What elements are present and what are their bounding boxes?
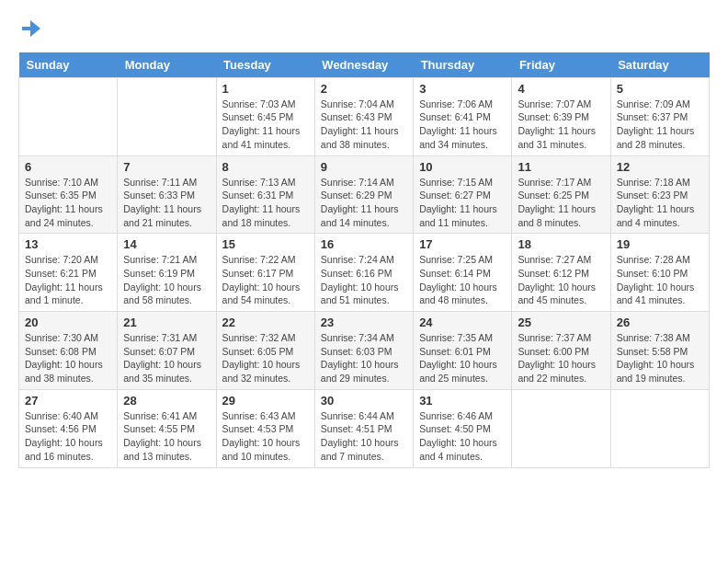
day-info: Sunrise: 7:03 AM Sunset: 6:45 PM Dayligh… — [222, 98, 309, 152]
day-info: Sunrise: 7:34 AM Sunset: 6:03 PM Dayligh… — [321, 331, 407, 385]
table-row: 24Sunrise: 7:35 AM Sunset: 6:01 PM Dayli… — [414, 312, 512, 390]
table-row: 25Sunrise: 7:37 AM Sunset: 6:00 PM Dayli… — [512, 312, 610, 390]
day-number: 6 — [25, 160, 111, 174]
day-number: 1 — [222, 82, 309, 96]
day-number: 24 — [419, 316, 506, 329]
col-monday: Monday — [118, 52, 216, 78]
day-info: Sunrise: 7:31 AM Sunset: 6:07 PM Dayligh… — [123, 331, 210, 385]
table-row — [19, 77, 118, 155]
day-info: Sunrise: 6:41 AM Sunset: 4:55 PM Dayligh… — [123, 409, 210, 464]
day-number: 7 — [123, 160, 210, 174]
table-row: 16Sunrise: 7:24 AM Sunset: 6:16 PM Dayli… — [314, 234, 413, 312]
day-number: 14 — [123, 237, 210, 251]
day-number: 9 — [321, 160, 407, 174]
day-number: 16 — [321, 237, 407, 251]
table-row — [512, 389, 610, 467]
day-number: 25 — [518, 316, 604, 329]
day-number: 15 — [222, 237, 309, 251]
day-info: Sunrise: 7:10 AM Sunset: 6:35 PM Dayligh… — [25, 176, 111, 230]
day-info: Sunrise: 7:04 AM Sunset: 6:43 PM Dayligh… — [321, 98, 407, 152]
table-row: 23Sunrise: 7:34 AM Sunset: 6:03 PM Dayli… — [314, 312, 413, 390]
calendar-week-row: 20Sunrise: 7:30 AM Sunset: 6:08 PM Dayli… — [19, 312, 710, 390]
table-row: 2Sunrise: 7:04 AM Sunset: 6:43 PM Daylig… — [314, 77, 413, 155]
table-row: 1Sunrise: 7:03 AM Sunset: 6:45 PM Daylig… — [216, 77, 314, 155]
table-row: 27Sunrise: 6:40 AM Sunset: 4:56 PM Dayli… — [19, 389, 118, 467]
table-row: 11Sunrise: 7:17 AM Sunset: 6:25 PM Dayli… — [512, 155, 610, 234]
day-number: 21 — [123, 316, 210, 329]
col-sunday: Sunday — [19, 52, 118, 78]
day-number: 11 — [518, 160, 604, 174]
table-row: 26Sunrise: 7:38 AM Sunset: 5:58 PM Dayli… — [610, 312, 709, 390]
page-header — [9, 9, 719, 48]
calendar-table: Sunday Monday Tuesday Wednesday Thursday… — [18, 52, 710, 468]
logo — [18, 18, 40, 43]
day-number: 19 — [617, 237, 703, 251]
day-number: 2 — [321, 82, 407, 96]
table-row: 22Sunrise: 7:32 AM Sunset: 6:05 PM Dayli… — [216, 312, 314, 390]
day-info: Sunrise: 7:14 AM Sunset: 6:29 PM Dayligh… — [321, 176, 407, 230]
day-number: 28 — [123, 394, 210, 408]
day-info: Sunrise: 7:38 AM Sunset: 5:58 PM Dayligh… — [617, 331, 703, 385]
day-number: 8 — [222, 160, 309, 174]
table-row: 28Sunrise: 6:41 AM Sunset: 4:55 PM Dayli… — [118, 389, 216, 467]
table-row: 5Sunrise: 7:09 AM Sunset: 6:37 PM Daylig… — [610, 77, 709, 155]
day-info: Sunrise: 7:09 AM Sunset: 6:37 PM Dayligh… — [617, 98, 703, 152]
table-row: 18Sunrise: 7:27 AM Sunset: 6:12 PM Dayli… — [512, 234, 610, 312]
day-info: Sunrise: 7:07 AM Sunset: 6:39 PM Dayligh… — [518, 98, 604, 152]
day-number: 4 — [518, 82, 604, 96]
day-info: Sunrise: 7:06 AM Sunset: 6:41 PM Dayligh… — [419, 98, 506, 152]
day-info: Sunrise: 7:18 AM Sunset: 6:23 PM Dayligh… — [617, 176, 703, 230]
day-info: Sunrise: 7:21 AM Sunset: 6:19 PM Dayligh… — [123, 253, 210, 307]
table-row: 20Sunrise: 7:30 AM Sunset: 6:08 PM Dayli… — [19, 312, 118, 390]
day-info: Sunrise: 7:37 AM Sunset: 6:00 PM Dayligh… — [518, 331, 604, 385]
table-row: 31Sunrise: 6:46 AM Sunset: 4:50 PM Dayli… — [414, 389, 512, 467]
day-info: Sunrise: 7:22 AM Sunset: 6:17 PM Dayligh… — [222, 253, 309, 307]
day-info: Sunrise: 7:25 AM Sunset: 6:14 PM Dayligh… — [419, 253, 506, 307]
svg-marker-0 — [22, 20, 40, 37]
day-number: 3 — [419, 82, 506, 96]
day-number: 10 — [419, 160, 506, 174]
day-info: Sunrise: 7:15 AM Sunset: 6:27 PM Dayligh… — [419, 176, 506, 230]
table-row: 12Sunrise: 7:18 AM Sunset: 6:23 PM Dayli… — [610, 155, 709, 234]
day-number: 12 — [617, 160, 703, 174]
day-number: 22 — [222, 316, 309, 329]
calendar-header-row: Sunday Monday Tuesday Wednesday Thursday… — [19, 52, 710, 78]
calendar-week-row: 13Sunrise: 7:20 AM Sunset: 6:21 PM Dayli… — [19, 234, 710, 312]
day-number: 31 — [419, 394, 506, 408]
table-row: 7Sunrise: 7:11 AM Sunset: 6:33 PM Daylig… — [118, 155, 216, 234]
day-info: Sunrise: 7:20 AM Sunset: 6:21 PM Dayligh… — [25, 253, 111, 307]
day-info: Sunrise: 7:17 AM Sunset: 6:25 PM Dayligh… — [518, 176, 604, 230]
table-row: 13Sunrise: 7:20 AM Sunset: 6:21 PM Dayli… — [19, 234, 118, 312]
col-thursday: Thursday — [414, 52, 512, 78]
day-info: Sunrise: 6:46 AM Sunset: 4:50 PM Dayligh… — [419, 409, 506, 464]
day-number: 13 — [25, 237, 111, 251]
day-info: Sunrise: 7:35 AM Sunset: 6:01 PM Dayligh… — [419, 331, 506, 385]
day-number: 20 — [25, 316, 111, 329]
table-row: 30Sunrise: 6:44 AM Sunset: 4:51 PM Dayli… — [314, 389, 413, 467]
day-number: 18 — [518, 237, 604, 251]
col-friday: Friday — [512, 52, 610, 78]
logo-bird-icon — [20, 18, 40, 39]
table-row: 21Sunrise: 7:31 AM Sunset: 6:07 PM Dayli… — [118, 312, 216, 390]
table-row — [610, 389, 709, 467]
table-row: 6Sunrise: 7:10 AM Sunset: 6:35 PM Daylig… — [19, 155, 118, 234]
table-row: 29Sunrise: 6:43 AM Sunset: 4:53 PM Dayli… — [216, 389, 314, 467]
table-row: 4Sunrise: 7:07 AM Sunset: 6:39 PM Daylig… — [512, 77, 610, 155]
day-number: 17 — [419, 237, 506, 251]
calendar-week-row: 6Sunrise: 7:10 AM Sunset: 6:35 PM Daylig… — [19, 155, 710, 234]
day-info: Sunrise: 6:43 AM Sunset: 4:53 PM Dayligh… — [222, 409, 309, 464]
day-info: Sunrise: 6:44 AM Sunset: 4:51 PM Dayligh… — [321, 409, 407, 464]
table-row: 17Sunrise: 7:25 AM Sunset: 6:14 PM Dayli… — [414, 234, 512, 312]
calendar-week-row: 27Sunrise: 6:40 AM Sunset: 4:56 PM Dayli… — [19, 389, 710, 467]
table-row: 14Sunrise: 7:21 AM Sunset: 6:19 PM Dayli… — [118, 234, 216, 312]
day-info: Sunrise: 6:40 AM Sunset: 4:56 PM Dayligh… — [25, 409, 111, 464]
table-row: 8Sunrise: 7:13 AM Sunset: 6:31 PM Daylig… — [216, 155, 314, 234]
day-info: Sunrise: 7:11 AM Sunset: 6:33 PM Dayligh… — [123, 176, 210, 230]
table-row: 19Sunrise: 7:28 AM Sunset: 6:10 PM Dayli… — [610, 234, 709, 312]
col-saturday: Saturday — [610, 52, 709, 78]
day-number: 29 — [222, 394, 309, 408]
day-info: Sunrise: 7:30 AM Sunset: 6:08 PM Dayligh… — [25, 331, 111, 385]
day-number: 23 — [321, 316, 407, 329]
col-tuesday: Tuesday — [216, 52, 314, 78]
calendar-week-row: 1Sunrise: 7:03 AM Sunset: 6:45 PM Daylig… — [19, 77, 710, 155]
